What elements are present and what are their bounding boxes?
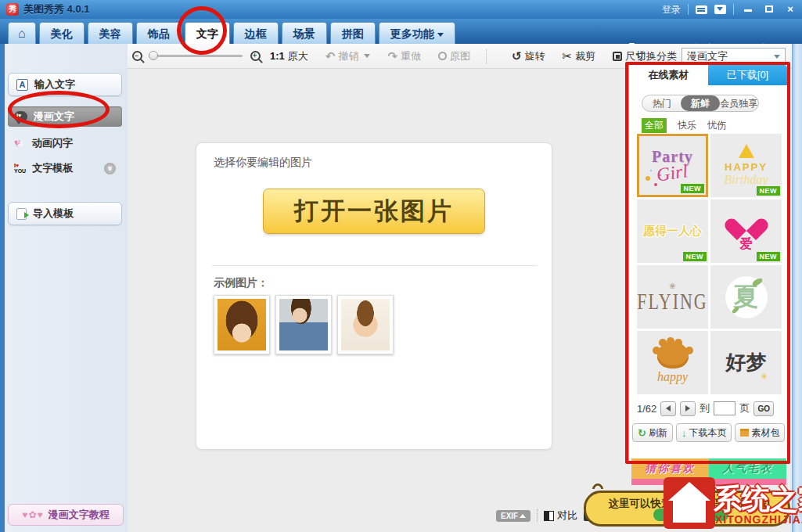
home-icon: ⌂ — [18, 27, 26, 40]
samples-label: 示例图片： — [214, 276, 268, 290]
nav-bar: ⌂ 美化 美容 饰品 文字 边框 场景 拼图 更多功能 打开 + 新建 保存与分… — [0, 19, 802, 44]
tab-accessory[interactable]: 饰品 — [136, 22, 182, 44]
sample-image-1[interactable] — [214, 295, 270, 354]
sample-photo — [279, 299, 328, 350]
tab-cosmetic[interactable]: 美容 — [88, 22, 133, 44]
chevron-down-icon — [774, 55, 780, 59]
divider — [537, 509, 538, 522]
chevron-down-icon — [437, 33, 444, 37]
original-view-button[interactable]: 原图 — [438, 49, 470, 63]
open-image-button[interactable]: 打开一张图片 — [263, 189, 485, 234]
undo-button[interactable]: ↶ 撤销 — [325, 49, 371, 63]
i-love-you-icon: I♥YOU — [14, 163, 26, 174]
feedback-icon[interactable] — [696, 5, 707, 14]
annotation-circle-text-tab — [177, 6, 227, 55]
close-button[interactable]: × — [783, 0, 797, 19]
divider — [733, 4, 734, 15]
sample-photo — [218, 299, 266, 350]
compare-button[interactable]: 对比 — [544, 509, 577, 523]
sidebar-item-text-template[interactable]: I♥YOU 文字模板 ∨ — [8, 158, 122, 178]
tab-border[interactable]: 边框 — [233, 22, 279, 44]
minimize-button[interactable] — [741, 0, 755, 19]
redo-icon: ↷ — [387, 49, 397, 63]
rotate-button[interactable]: ↺ 旋转 — [512, 49, 545, 63]
app-title: 美图秀秀 4.0.1 — [23, 2, 90, 16]
zoom-ratio-label: 原大 — [288, 49, 308, 63]
open-image-card: 选择你要编辑的图片 打开一张图片 示例图片： — [196, 142, 552, 450]
share-tip-bubble: 这里可以快速把图片分享给朋友哦! — [584, 491, 790, 527]
redo-button[interactable]: ↷ 重做 — [387, 49, 421, 63]
import-template-button[interactable]: 导入模板 — [8, 202, 122, 225]
login-link[interactable]: 登录 — [662, 3, 681, 16]
original-icon — [438, 52, 447, 60]
chevron-down-icon[interactable]: ∨ — [104, 163, 116, 174]
card-heading: 选择你要编辑的图片 — [214, 156, 312, 170]
zoom-in-icon[interactable]: + — [250, 51, 261, 61]
chevron-down-icon[interactable] — [364, 54, 370, 58]
import-icon — [16, 208, 27, 220]
sample-photo — [341, 299, 390, 350]
compare-icon — [544, 511, 554, 521]
bubble-tail — [590, 481, 606, 497]
app-logo-icon: 秀 — [6, 3, 19, 16]
divider — [688, 4, 689, 15]
tab-collage[interactable]: 拼图 — [330, 22, 376, 44]
bubble-action-button[interactable] — [653, 509, 728, 521]
sample-image-3[interactable] — [337, 295, 394, 354]
annotation-ellipse-comic-text — [8, 91, 110, 128]
divider — [486, 49, 487, 63]
maximize-button[interactable] — [762, 0, 776, 19]
crop-button[interactable]: ✂ 裁剪 — [563, 49, 596, 63]
zoom-slider[interactable] — [150, 55, 243, 57]
exif-button[interactable]: EXIF — [496, 510, 530, 522]
zoom-out-icon[interactable]: – — [132, 51, 142, 61]
rotate-icon: ↺ — [512, 49, 522, 63]
divider — [212, 265, 538, 266]
sample-image-2[interactable] — [275, 295, 332, 354]
paw-hearts-icon: ♥✿♥ — [22, 509, 43, 520]
zoom-slider-handle[interactable] — [149, 51, 158, 60]
scissors-icon: ✂ — [563, 49, 573, 63]
flash-heart-icon — [14, 138, 26, 149]
tab-home[interactable]: ⌂ — [8, 22, 36, 44]
undo-icon: ↶ — [325, 49, 336, 63]
tab-more[interactable]: 更多功能 — [379, 22, 455, 44]
resize-icon — [613, 52, 622, 61]
comic-text-tutorial-button[interactable]: ♥✿♥ 漫画文字教程 — [8, 504, 124, 526]
window-edge-scroll-strip[interactable] — [792, 44, 802, 532]
title-bar: 秀 美图秀秀 4.0.1 登录 × — [0, 0, 802, 19]
sidebar-item-flash-text[interactable]: 动画闪字 — [8, 133, 122, 153]
tab-beautify[interactable]: 美化 — [39, 22, 85, 44]
banner-stripe — [631, 479, 786, 485]
text-input-icon: A — [16, 79, 28, 91]
annotation-rect-material-panel — [625, 62, 790, 464]
triangle-up-icon — [520, 514, 526, 518]
status-bar: EXIF 对比 — [496, 509, 596, 523]
zoom-ratio[interactable]: 1:1 — [270, 50, 285, 62]
message-icon[interactable] — [714, 5, 726, 14]
tab-scene[interactable]: 场景 — [282, 22, 327, 44]
app-window: 秀 美图秀秀 4.0.1 登录 × ⌂ 美化 美容 饰品 文字 边框 场景 拼图… — [0, 0, 802, 532]
